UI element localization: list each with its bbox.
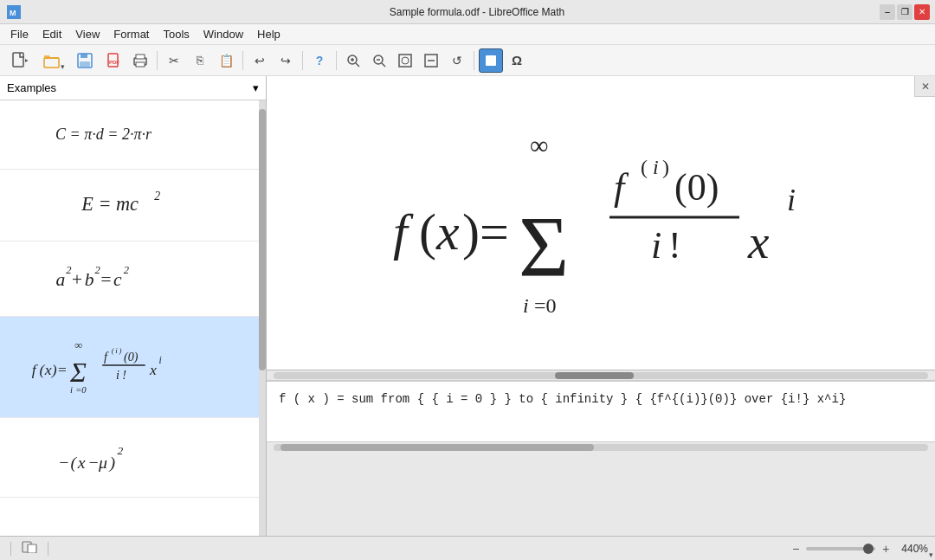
menubar: File Edit View Format Tools Window Help: [0, 24, 935, 45]
cut-button[interactable]: ✂: [162, 48, 186, 73]
toolbar-sep-3: [302, 51, 303, 70]
menu-window[interactable]: Window: [197, 26, 250, 42]
export-button[interactable]: PDF: [102, 48, 126, 73]
minimize-button[interactable]: –: [880, 4, 895, 20]
svg-text:Σ: Σ: [69, 357, 87, 388]
svg-text:c: c: [113, 269, 122, 290]
svg-text:f: f: [393, 203, 414, 261]
main-formula-svg: f ( x )= Σ i =0 ∞ f ( i ) (0): [350, 98, 852, 349]
titlebar: M Sample formula.odf - LibreOffice Math …: [0, 0, 935, 24]
copy-button[interactable]: ⎘: [188, 48, 212, 73]
bottom-scrollbar[interactable]: [267, 441, 935, 452]
svg-text:2: 2: [154, 190, 160, 203]
left-panel-scrollbar[interactable]: [259, 100, 266, 536]
print-button[interactable]: [128, 48, 152, 73]
right-panel-close-button[interactable]: ✕: [914, 76, 935, 97]
svg-rect-20: [399, 55, 411, 67]
svg-text:i: i: [70, 385, 73, 395]
svg-text:2: 2: [123, 264, 129, 276]
svg-text:PDF: PDF: [109, 60, 119, 65]
left-panel-scrollbar-thumb[interactable]: [259, 109, 266, 370]
left-panel: Examples ▾ C = π·d = 2·π·r: [0, 76, 267, 536]
statusbar: − + 440%: [0, 536, 935, 560]
formula-mode-button[interactable]: [479, 48, 503, 73]
formula-item-circle[interactable]: C = π·d = 2·π·r: [0, 100, 259, 170]
svg-text:i: i: [115, 346, 118, 355]
zoom-slider[interactable]: [806, 547, 875, 550]
svg-point-21: [402, 57, 409, 64]
help-button[interactable]: ?: [307, 48, 332, 73]
zoom-fit-height-button[interactable]: [393, 48, 417, 73]
menu-help[interactable]: Help: [250, 26, 287, 42]
svg-text:!: !: [668, 224, 681, 267]
redo-button[interactable]: ↪: [274, 48, 298, 73]
svg-rect-2: [13, 53, 23, 67]
menu-format[interactable]: Format: [106, 26, 156, 42]
zoom-in-status-button[interactable]: +: [879, 542, 893, 556]
dropdown-arrow-icon: ▾: [253, 81, 259, 94]
window-controls: – ❐ ✕: [880, 4, 930, 20]
open-button[interactable]: ▾: [36, 48, 68, 73]
svg-text:): ): [108, 453, 115, 473]
formula-item-taylor[interactable]: f ( x )= Σ i =0 ∞: [0, 317, 259, 418]
svg-text:i: i: [653, 156, 659, 178]
svg-text:(: (: [111, 346, 114, 355]
zoom-fit-width-button[interactable]: [419, 48, 443, 73]
svg-rect-11: [136, 55, 145, 59]
svg-text:2: 2: [117, 444, 123, 457]
close-button[interactable]: ✕: [914, 4, 930, 20]
menu-edit[interactable]: Edit: [35, 26, 68, 42]
zoom-in-button[interactable]: [341, 48, 365, 73]
svg-line-16: [356, 63, 359, 67]
svg-text:(: (: [641, 156, 648, 178]
formula-item-pythagorean[interactable]: a 2 + b 2 = c 2: [0, 241, 259, 317]
menu-tools[interactable]: Tools: [156, 26, 196, 42]
paste-button[interactable]: 📋: [214, 48, 238, 73]
zoom-out-button[interactable]: [367, 48, 391, 73]
app-icon: M: [7, 5, 21, 19]
formula-area-scrollbar[interactable]: [267, 370, 935, 381]
svg-text:=0: =0: [534, 294, 557, 317]
zoom-slider-thumb[interactable]: [863, 544, 874, 554]
formula-item-gaussian[interactable]: − ( x − μ ) 2: [0, 418, 259, 498]
zoom-out-status-button[interactable]: −: [789, 542, 803, 556]
svg-text:f: f: [103, 350, 108, 364]
svg-line-19: [382, 63, 385, 67]
window-title: Sample formula.odf - LibreOffice Math: [26, 6, 928, 18]
formula-editor[interactable]: f ( x ) = sum from { { i = 0 } } to { in…: [267, 381, 935, 441]
menu-file[interactable]: File: [3, 26, 35, 42]
svg-text:i: i: [116, 368, 119, 382]
examples-dropdown[interactable]: Examples ▾: [0, 76, 266, 100]
save-button[interactable]: ▾: [69, 48, 100, 73]
svg-text:−: −: [87, 453, 99, 472]
menu-view[interactable]: View: [68, 26, 106, 42]
svg-rect-25: [486, 55, 496, 66]
svg-text:i: i: [523, 294, 529, 317]
svg-rect-4: [44, 58, 59, 68]
symbols-button[interactable]: Ω: [505, 48, 529, 73]
bottom-scroll-thumb[interactable]: [280, 444, 595, 451]
formula-display-gaussian: − ( x − μ ) 2: [52, 432, 208, 483]
formula-display-pythagorean: a 2 + b 2 = c 2: [52, 255, 208, 302]
page-indicator-icon: [22, 541, 37, 556]
toolbar-sep-2: [242, 51, 243, 70]
formula-hscroll-track[interactable]: [274, 372, 928, 379]
svg-text:x: x: [149, 361, 157, 378]
formula-item-emc2[interactable]: E = mc 2: [0, 170, 259, 241]
formula-hscroll-thumb[interactable]: [555, 372, 634, 379]
bottom-scroll-track[interactable]: [274, 444, 928, 451]
new-button[interactable]: [3, 48, 35, 73]
restore-button[interactable]: ❐: [897, 4, 912, 20]
svg-text:x: x: [747, 216, 770, 268]
svg-text:i: i: [787, 183, 796, 217]
svg-text:x: x: [76, 453, 85, 472]
refresh-button[interactable]: ↺: [445, 48, 469, 73]
svg-text:(: (: [419, 203, 436, 261]
svg-text:x: x: [43, 361, 51, 378]
svg-text:a: a: [55, 269, 65, 290]
svg-text:x: x: [435, 203, 460, 261]
status-sep-2: [48, 542, 48, 556]
undo-button[interactable]: ↩: [248, 48, 272, 73]
formula-display-area: f ( x )= Σ i =0 ∞ f ( i ) (0): [267, 76, 935, 370]
svg-text:f: f: [614, 166, 629, 209]
